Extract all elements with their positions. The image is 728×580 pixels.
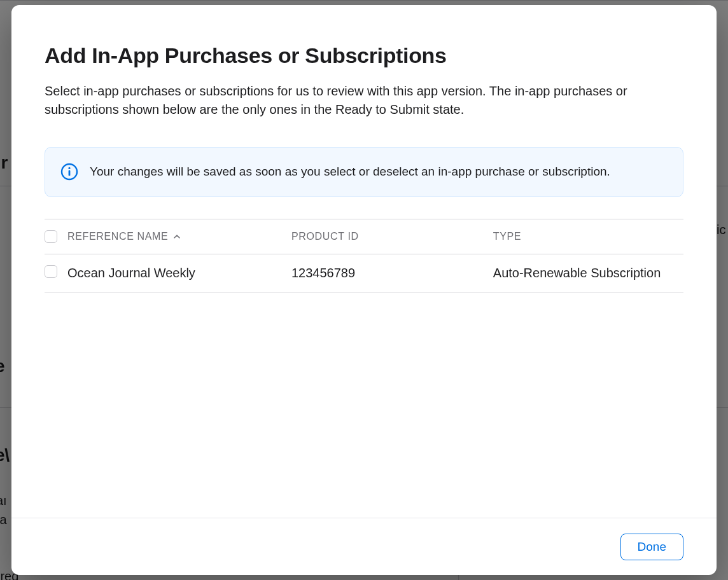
cell-product-id: 123456789 (291, 266, 493, 280)
info-banner-text: Your changes will be saved as soon as yo… (90, 163, 610, 181)
cell-type: Auto-Renewable Subscription (493, 266, 683, 280)
select-all-checkbox[interactable] (45, 230, 57, 243)
column-header-reference-name[interactable]: REFERENCE NAME (67, 231, 291, 242)
cell-reference-name: Ocean Journal Weekly (67, 266, 291, 280)
modal-overlay: Add In-App Purchases or Subscriptions Se… (0, 0, 728, 580)
column-header-product-id[interactable]: PRODUCT ID (291, 231, 493, 242)
svg-point-1 (68, 167, 70, 169)
table-row[interactable]: Ocean Journal Weekly 123456789 Auto-Rene… (45, 254, 683, 293)
column-header-label: PRODUCT ID (291, 231, 359, 242)
chevron-up-icon (173, 233, 181, 240)
column-header-label: TYPE (493, 231, 521, 242)
modal-body: Add In-App Purchases or Subscriptions Se… (11, 5, 717, 518)
modal-footer: Done (11, 518, 717, 575)
modal-subtitle: Select in-app purchases or subscriptions… (45, 82, 681, 119)
modal-title: Add In-App Purchases or Subscriptions (45, 43, 683, 68)
table-header-row: REFERENCE NAME PRODUCT ID TYPE (45, 219, 683, 254)
row-select-checkbox[interactable] (45, 265, 57, 278)
info-banner: Your changes will be saved as soon as yo… (45, 147, 683, 197)
column-header-label: REFERENCE NAME (67, 231, 168, 242)
info-icon (60, 163, 78, 181)
done-button[interactable]: Done (620, 534, 683, 560)
iap-table: REFERENCE NAME PRODUCT ID TYPE (45, 219, 683, 293)
add-iap-modal: Add In-App Purchases or Subscriptions Se… (11, 5, 717, 575)
svg-rect-2 (69, 170, 71, 176)
column-header-type[interactable]: TYPE (493, 231, 683, 242)
